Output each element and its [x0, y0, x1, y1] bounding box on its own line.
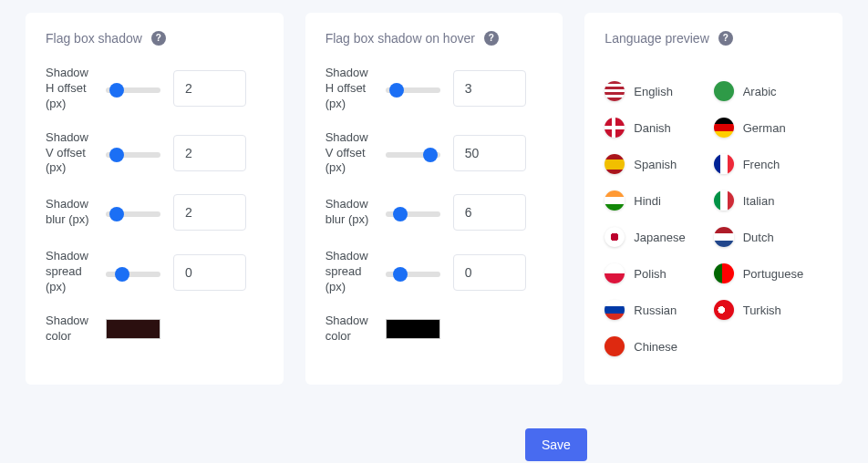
shadow-blur-slider[interactable]	[106, 211, 160, 217]
language-label: Chinese	[634, 340, 677, 354]
field-label: Shadow V offset (px)	[326, 130, 373, 177]
shadow-h-offset-row: Shadow H offset (px)	[46, 66, 264, 112]
shadow-blur-input[interactable]	[173, 194, 246, 231]
language-grid: EnglishArabicDanishGermanSpanishFrenchHi…	[604, 66, 822, 363]
flag-icon	[604, 118, 625, 138]
language-label: Polish	[634, 267, 666, 281]
field-label: Shadow color	[46, 314, 93, 345]
flag-icon	[714, 118, 734, 138]
language-label: Spanish	[634, 158, 677, 171]
hover-blur-slider[interactable]	[386, 211, 440, 217]
flag-icon	[604, 300, 625, 320]
hover-blur-input[interactable]	[453, 194, 526, 231]
language-item[interactable]: Arabic	[714, 75, 822, 108]
flag-shadow-hover-panel: Flag box shadow on hover ? Shadow H offs…	[305, 13, 563, 385]
save-button[interactable]: Save	[525, 428, 587, 461]
language-label: Danish	[634, 121, 670, 135]
language-label: German	[743, 121, 786, 135]
language-item[interactable]: Danish	[604, 111, 713, 144]
language-label: Portuguese	[743, 267, 804, 281]
flag-icon	[714, 263, 734, 283]
panel-title-text: Flag box shadow	[46, 31, 142, 46]
flag-icon	[604, 190, 625, 211]
hover-v-offset-input[interactable]	[453, 135, 526, 171]
language-label: Turkish	[743, 304, 781, 317]
language-item[interactable]: Chinese	[604, 330, 713, 363]
hover-v-offset-row: Shadow V offset (px)	[326, 130, 543, 177]
flag-icon	[714, 300, 734, 320]
flag-icon	[604, 227, 625, 247]
field-label: Shadow spread (px)	[326, 249, 373, 295]
shadow-h-offset-slider[interactable]	[106, 87, 160, 93]
shadow-color-picker[interactable]	[106, 319, 160, 339]
language-item[interactable]: Portuguese	[714, 257, 822, 290]
language-item[interactable]: Polish	[604, 257, 713, 290]
panel-title-text: Flag box shadow on hover	[326, 31, 475, 46]
help-icon[interactable]: ?	[484, 31, 499, 46]
language-label: Dutch	[743, 231, 774, 244]
hover-spread-input[interactable]	[453, 254, 526, 291]
language-item[interactable]: Turkish	[714, 293, 822, 326]
shadow-h-offset-input[interactable]	[173, 70, 246, 107]
language-label: Russian	[634, 304, 677, 317]
field-label: Shadow H offset (px)	[326, 66, 373, 112]
language-item[interactable]: Spanish	[604, 148, 713, 180]
language-item[interactable]: Japanese	[604, 221, 713, 253]
flag-shadow-panel: Flag box shadow ? Shadow H offset (px) S…	[26, 13, 284, 385]
panel-title: Flag box shadow on hover ?	[326, 31, 543, 46]
language-item[interactable]: French	[714, 148, 822, 180]
flag-icon	[714, 227, 734, 247]
language-label: Arabic	[743, 85, 777, 98]
flag-icon	[604, 336, 625, 356]
panel-title: Language preview ?	[604, 31, 822, 46]
hover-h-offset-row: Shadow H offset (px)	[326, 66, 543, 112]
shadow-v-offset-row: Shadow V offset (px)	[46, 130, 264, 177]
language-item[interactable]: Dutch	[714, 221, 822, 253]
hover-h-offset-slider[interactable]	[386, 87, 440, 93]
flag-icon	[604, 263, 625, 283]
help-icon[interactable]: ?	[151, 31, 166, 46]
shadow-v-offset-input[interactable]	[173, 135, 246, 171]
language-item[interactable]: German	[714, 111, 822, 144]
hover-spread-slider[interactable]	[386, 272, 440, 277]
hover-color-picker[interactable]	[386, 319, 440, 339]
panel-title: Flag box shadow ?	[46, 31, 264, 46]
language-label: English	[634, 85, 673, 98]
language-label: Japanese	[634, 231, 685, 244]
language-label: Hindi	[634, 194, 661, 208]
language-item[interactable]: English	[604, 75, 713, 108]
field-label: Shadow color	[326, 314, 373, 345]
shadow-color-row: Shadow color	[46, 314, 264, 345]
hover-v-offset-slider[interactable]	[386, 152, 440, 158]
shadow-spread-input[interactable]	[173, 254, 246, 291]
shadow-spread-slider[interactable]	[106, 272, 160, 277]
language-item[interactable]: Italian	[714, 184, 822, 217]
hover-h-offset-input[interactable]	[453, 70, 526, 107]
field-label: Shadow blur (px)	[46, 197, 93, 228]
language-preview-panel: Language preview ? EnglishArabicDanishGe…	[584, 13, 842, 385]
shadow-blur-row: Shadow blur (px)	[46, 194, 264, 231]
flag-icon	[604, 154, 625, 174]
hover-color-row: Shadow color	[326, 314, 543, 345]
panel-title-text: Language preview	[604, 31, 708, 46]
language-item[interactable]: Russian	[604, 293, 713, 326]
flag-icon	[714, 154, 734, 174]
hover-blur-row: Shadow blur (px)	[326, 194, 543, 231]
help-icon[interactable]: ?	[718, 31, 733, 46]
flag-icon	[604, 81, 625, 101]
field-label: Shadow V offset (px)	[46, 130, 93, 177]
language-item[interactable]: Hindi	[604, 184, 713, 217]
hover-spread-row: Shadow spread (px)	[326, 249, 543, 295]
field-label: Shadow spread (px)	[46, 249, 93, 295]
field-label: Shadow H offset (px)	[46, 66, 93, 112]
shadow-v-offset-slider[interactable]	[106, 152, 160, 158]
language-label: Italian	[743, 194, 775, 208]
flag-icon	[714, 190, 734, 211]
field-label: Shadow blur (px)	[326, 197, 373, 228]
language-label: French	[743, 158, 780, 171]
shadow-spread-row: Shadow spread (px)	[46, 249, 264, 295]
flag-icon	[714, 81, 734, 101]
